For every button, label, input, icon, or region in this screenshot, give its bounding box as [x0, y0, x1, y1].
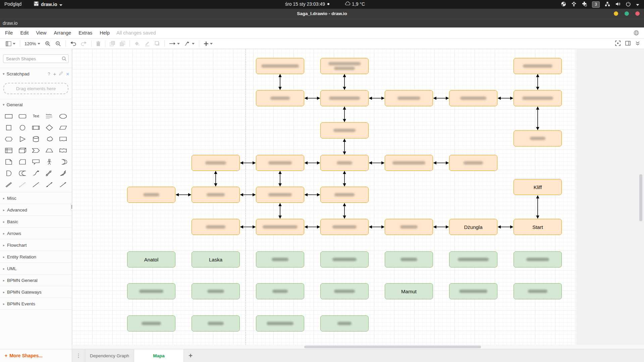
- shape-text[interactable]: Text: [29, 112, 43, 120]
- format-panel-toggle-button[interactable]: [625, 41, 631, 47]
- weather-indicator[interactable]: 1,9 °C: [345, 1, 365, 7]
- diagram-node-redacted[interactable]: [449, 155, 497, 171]
- section-entity-relation[interactable]: ▸Entity Relation: [0, 251, 72, 262]
- view-panels-button[interactable]: [3, 40, 18, 48]
- search-shapes-input[interactable]: [3, 54, 69, 63]
- diagram-node-redacted[interactable]: [320, 187, 369, 203]
- shape-circle[interactable]: [15, 124, 29, 132]
- diagram-node-redacted[interactable]: [385, 219, 433, 235]
- zoom-in-button[interactable]: [43, 40, 53, 48]
- shape-ellipse[interactable]: [56, 112, 70, 120]
- general-section-header[interactable]: ▾ General: [0, 99, 72, 110]
- diagram-node-redacted[interactable]: [320, 155, 369, 171]
- language-globe-icon[interactable]: [633, 30, 639, 37]
- shape-link[interactable]: [2, 181, 15, 189]
- section-bpmn-events[interactable]: ▸BPMN Events: [0, 298, 72, 309]
- diagram-node-anatol[interactable]: Anatol: [127, 251, 175, 267]
- add-page-button[interactable]: +: [184, 349, 197, 362]
- menu-arrange[interactable]: Arrange: [50, 30, 75, 36]
- diagram-node-redacted[interactable]: [256, 315, 304, 331]
- shape-rounded-rectangle[interactable]: [15, 112, 29, 120]
- volume-icon[interactable]: [615, 1, 621, 8]
- menu-extras[interactable]: Extras: [75, 30, 96, 36]
- section-bpmn-gateways[interactable]: ▸BPMN Gateways: [0, 286, 72, 298]
- tray-plus-clock-icon[interactable]: [582, 1, 587, 8]
- menu-help[interactable]: Help: [96, 30, 113, 36]
- pages-menu-icon[interactable]: ⋮: [72, 349, 85, 362]
- shadow-button[interactable]: [152, 40, 162, 48]
- power-icon[interactable]: [626, 1, 631, 8]
- shape-directional-connector[interactable]: [56, 181, 70, 189]
- section-flowchart[interactable]: ▸Flowchart: [0, 239, 72, 251]
- diagram-node-redacted[interactable]: [127, 187, 175, 203]
- diagram-node-redacted[interactable]: [127, 283, 175, 299]
- page-tab-dependency-graph[interactable]: Dependency Graph: [85, 349, 134, 362]
- shape-trapezoid[interactable]: [43, 146, 56, 155]
- diagram-node-redacted[interactable]: [320, 283, 369, 299]
- diagram-node-laska[interactable]: Laska: [192, 251, 240, 267]
- shape-and[interactable]: [2, 169, 15, 177]
- activities-button[interactable]: Podgląd: [4, 1, 21, 7]
- diagram-node-redacted[interactable]: [256, 90, 304, 106]
- diagram-node-redacted[interactable]: [192, 219, 240, 235]
- diagram-node-mamut[interactable]: Mamut: [385, 283, 433, 299]
- steam-icon[interactable]: [561, 1, 566, 8]
- scratchpad-drop-zone[interactable]: Drag elements here: [3, 83, 68, 94]
- shape-card[interactable]: [15, 158, 29, 166]
- shape-callout[interactable]: [29, 158, 43, 166]
- network-icon[interactable]: [605, 1, 610, 8]
- line-color-button[interactable]: [142, 40, 152, 48]
- diagram-node-redacted[interactable]: [449, 283, 497, 299]
- diagram-node-redacted[interactable]: [256, 155, 304, 171]
- shape-diamond[interactable]: [43, 124, 56, 132]
- shape-arrow[interactable]: [56, 169, 70, 177]
- undo-button[interactable]: [68, 40, 78, 48]
- section-uml[interactable]: ▸UML: [0, 262, 72, 274]
- clock[interactable]: śro 15 sty 23:03:49: [285, 1, 329, 7]
- diagram-node-redacted[interactable]: [192, 187, 240, 203]
- shape-tape[interactable]: [56, 146, 70, 155]
- diagram-node-redacted[interactable]: [192, 315, 240, 331]
- scratchpad-help-icon[interactable]: ?: [48, 71, 50, 76]
- shape-or[interactable]: [56, 158, 70, 166]
- scratchpad-close-icon[interactable]: ×: [66, 71, 69, 77]
- scratchpad-add-icon[interactable]: +: [53, 71, 56, 77]
- section-misc[interactable]: ▸Misc: [0, 192, 72, 204]
- app-menu-button[interactable]: draw.io: [34, 1, 62, 7]
- keyboard-layout-indicator[interactable]: 3: [592, 1, 600, 8]
- collapse-expand-button[interactable]: [635, 41, 640, 47]
- shape-rectangle[interactable]: [2, 112, 15, 120]
- diagram-node-redacted[interactable]: [514, 58, 562, 74]
- section-advanced[interactable]: ▸Advanced: [0, 204, 72, 216]
- shape-hexagon[interactable]: [2, 135, 15, 143]
- diagram-node-redacted[interactable]: [320, 58, 369, 74]
- fill-color-button[interactable]: [132, 40, 142, 48]
- shape-curve[interactable]: [29, 169, 43, 177]
- shape-cylinder[interactable]: [29, 135, 43, 143]
- to-front-button[interactable]: [107, 40, 117, 48]
- to-back-button[interactable]: [117, 40, 127, 48]
- page-tab-mapa[interactable]: Mapa: [134, 349, 184, 362]
- shape-bidirectional-arrow[interactable]: [43, 169, 56, 177]
- diagram-node-redacted[interactable]: [192, 283, 240, 299]
- shape-dashed-line[interactable]: [15, 181, 29, 189]
- diagram-node-redacted[interactable]: [385, 90, 433, 106]
- section-arrows[interactable]: ▸Arrows: [0, 227, 72, 239]
- scratchpad-header[interactable]: ▾ Scratchpad ? + ×: [0, 68, 72, 80]
- menu-edit[interactable]: Edit: [16, 30, 32, 36]
- canvas[interactable]: KliffDżunglaStartAnatolLaskaMamut: [72, 49, 644, 349]
- diagram-node-redacted[interactable]: [256, 219, 304, 235]
- shape-document[interactable]: [56, 135, 70, 143]
- diagram-node-redacted[interactable]: [256, 283, 304, 299]
- diagram-node-dżungla[interactable]: Dżungla: [449, 219, 497, 235]
- fullscreen-button[interactable]: [615, 41, 621, 47]
- diagram-node-redacted[interactable]: [514, 283, 562, 299]
- waypoint-style-button[interactable]: [182, 40, 197, 48]
- delete-button[interactable]: [94, 40, 103, 48]
- zoom-level-button[interactable]: 120%: [22, 40, 43, 48]
- diagram-node-redacted[interactable]: [514, 90, 562, 106]
- shape-triangle[interactable]: [15, 135, 29, 143]
- close-button[interactable]: [635, 11, 640, 16]
- diagram-node-redacted[interactable]: [320, 90, 369, 106]
- connection-style-button[interactable]: [167, 40, 182, 48]
